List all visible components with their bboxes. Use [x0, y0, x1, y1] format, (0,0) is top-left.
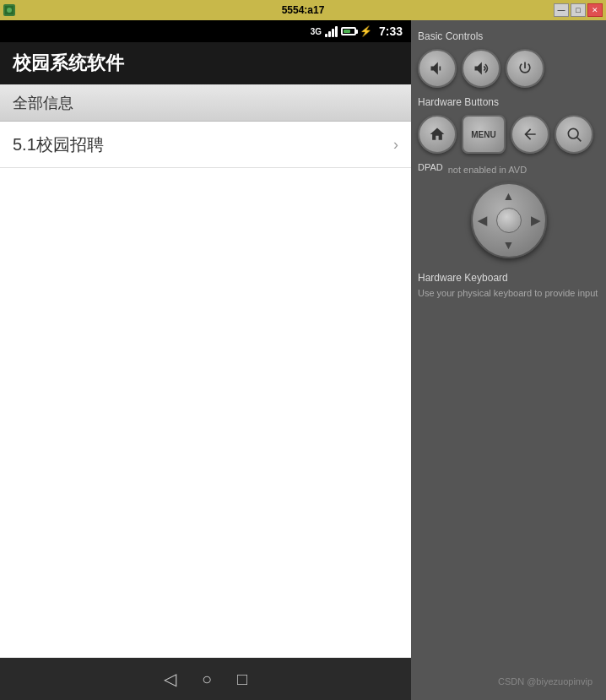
list-item[interactable]: 5.1校园招聘 ›: [0, 122, 411, 168]
window-controls: — □ ✕: [554, 3, 603, 17]
list-item-text: 5.1校园招聘: [13, 133, 104, 156]
section-header: 全部信息: [0, 84, 411, 122]
dpad-center[interactable]: [496, 208, 522, 233]
volume-up-button[interactable]: [462, 49, 500, 88]
dpad-title: DPAD: [418, 162, 443, 172]
android-screen: 3G ⚡ 7:33 校园系统软件 全部信息: [0, 20, 411, 700]
app-icon: [3, 4, 15, 16]
svg-marker-2: [431, 62, 438, 75]
menu-button[interactable]: MENU: [462, 115, 506, 154]
controls-panel: Basic Controls: [411, 20, 606, 700]
dpad-down-arrow[interactable]: ▼: [503, 238, 515, 252]
app-title: 校园系统软件: [13, 51, 124, 76]
status-time: 7:33: [379, 24, 403, 38]
dpad-up-arrow[interactable]: ▲: [503, 189, 515, 203]
title-bar-left: [3, 4, 15, 16]
signal-bar-4: [335, 26, 338, 37]
window-title: 5554:a17: [282, 4, 325, 16]
svg-point-5: [568, 128, 578, 138]
basic-controls-title: Basic Controls: [418, 30, 599, 42]
hardware-keyboard-description: Use your physical keyboard to provide in…: [418, 287, 599, 300]
hardware-buttons-title: Hardware Buttons: [418, 96, 599, 108]
main-container: 3G ⚡ 7:33 校园系统软件 全部信息: [0, 20, 606, 700]
section-title: 全部信息: [13, 93, 73, 113]
close-button[interactable]: ✕: [587, 3, 603, 17]
svg-point-1: [7, 8, 12, 13]
signal-bar-2: [328, 31, 331, 37]
svg-line-6: [577, 138, 582, 142]
hardware-keyboard-title: Hardware Keyboard: [418, 272, 599, 284]
back-nav-icon[interactable]: ◁: [164, 669, 176, 689]
status-bar: 3G ⚡ 7:33: [0, 20, 411, 42]
dpad-not-enabled-text: not enabled in AVD: [448, 165, 527, 175]
app-header: 校园系统软件: [0, 42, 411, 84]
dpad-left-arrow[interactable]: ◀: [478, 214, 487, 227]
charge-icon: ⚡: [360, 25, 372, 37]
csdn-watermark: CSDN @biyezuopinvip: [498, 676, 592, 686]
back-button[interactable]: [511, 115, 549, 154]
battery-tip: [356, 30, 358, 34]
dpad-right-arrow[interactable]: ▶: [531, 214, 540, 227]
signal-bar-1: [325, 34, 327, 37]
list-area: 5.1校园招聘 ›: [0, 122, 411, 658]
signal-bar-3: [332, 29, 334, 37]
battery-icon: [341, 27, 356, 35]
network-indicator: 3G: [311, 27, 322, 36]
volume-down-button[interactable]: [418, 49, 457, 88]
android-bottom-bar: ◁ ○ □: [0, 658, 411, 700]
menu-label: MENU: [471, 130, 495, 139]
chevron-right-icon: ›: [393, 136, 398, 154]
recent-nav-icon[interactable]: □: [237, 670, 247, 689]
dpad-container: ▲ ▼ ◀ ▶: [471, 182, 547, 258]
battery-fill: [344, 30, 350, 33]
status-icons: 3G ⚡ 7:33: [311, 24, 403, 38]
power-button[interactable]: [506, 49, 544, 88]
home-nav-icon[interactable]: ○: [202, 670, 212, 689]
dpad-ring[interactable]: ▲ ▼ ◀ ▶: [471, 182, 547, 258]
restore-button[interactable]: □: [571, 3, 586, 17]
title-bar: 5554:a17 — □ ✕: [0, 0, 606, 20]
svg-marker-4: [475, 62, 482, 75]
minimize-button[interactable]: —: [554, 3, 569, 17]
home-button[interactable]: [418, 115, 457, 154]
signal-strength: [325, 25, 338, 37]
search-button[interactable]: [555, 115, 593, 154]
hardware-buttons-row: MENU: [418, 115, 599, 154]
basic-controls-row: [418, 49, 599, 88]
